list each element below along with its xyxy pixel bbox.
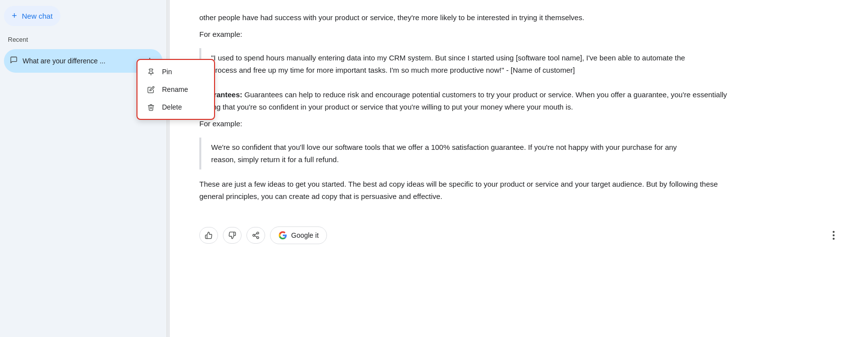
new-chat-button[interactable]: + New chat [4,6,60,26]
guarantees-text: Guarantees can help to reduce risk and e… [199,90,727,111]
more-actions-button[interactable] [829,229,839,242]
pin-icon [146,68,155,76]
svg-line-7 [255,236,257,237]
action-bar: Google it [199,221,839,244]
delete-label: Delete [162,103,182,111]
share-button[interactable] [246,227,265,244]
chat-list-item[interactable]: What are your difference ... [4,49,163,73]
thumbs-up-button[interactable] [199,227,218,244]
rename-icon [146,86,155,93]
main-content-area: other people have had success with your … [170,0,868,337]
chat-item-title: What are your difference ... [23,57,138,65]
chat-bubble-icon [10,56,18,66]
thumbs-down-button[interactable] [223,227,242,244]
google-it-label: Google it [291,231,319,239]
delete-menu-item[interactable]: Delete [137,98,214,116]
sidebar: + New chat Recent What are your differen… [0,0,167,337]
delete-icon [146,104,155,111]
paragraph-intro: other people have had success with your … [199,12,739,24]
quote-1: "I used to spend hours manually entering… [199,48,700,81]
three-dots-icon [833,231,835,240]
google-it-button[interactable]: Google it [270,226,327,244]
new-chat-label: New chat [22,12,53,20]
for-example-2: For example: [199,119,839,128]
quote-2-text: We're so confident that you'll love our … [211,143,677,164]
svg-line-8 [255,233,257,235]
quote-2: We're so confident that you'll love our … [199,138,700,170]
pin-menu-item[interactable]: Pin [137,63,214,81]
context-menu: Pin Rename [136,59,215,120]
guarantees-paragraph: Guarantees: Guarantees can help to reduc… [199,89,739,113]
quote-1-text: "I used to spend hours manually entering… [211,54,685,74]
page-wrapper: + New chat Recent What are your differen… [0,0,868,337]
pin-label: Pin [162,68,172,76]
rename-menu-item[interactable]: Rename [137,81,214,98]
plus-icon: + [12,11,17,21]
rename-label: Rename [162,85,188,93]
summary-paragraph: These are just a few ideas to get you st… [199,178,739,203]
for-example-1: For example: [199,30,839,38]
recent-label: Recent [4,34,163,45]
